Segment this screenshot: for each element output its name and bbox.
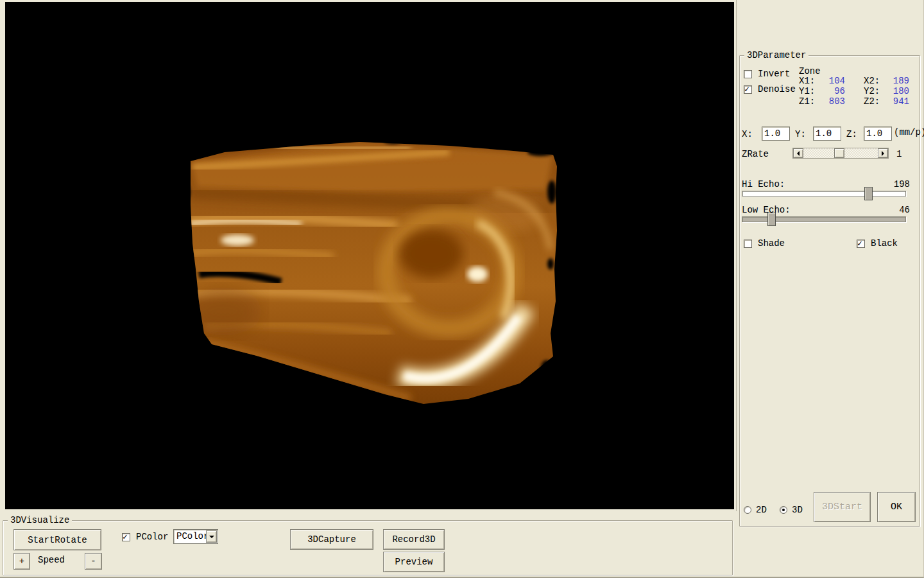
hi-echo-thumb[interactable]: [864, 187, 873, 200]
invert-checkbox[interactable]: [744, 70, 752, 78]
scale-x-input[interactable]: [762, 127, 790, 141]
mode-3d-label: 3D: [792, 505, 803, 515]
parameter-group-title: 3DParameter: [744, 50, 809, 60]
visualize-group-title: 3DVisualize: [8, 515, 72, 525]
pcolor-dropdown-arrow-icon[interactable]: [206, 530, 217, 543]
pcolor-checkbox[interactable]: [122, 533, 130, 541]
zone-title: Zone: [799, 66, 821, 76]
zone-y2-label: Y2:: [864, 86, 880, 96]
black-label: Black: [871, 238, 898, 249]
zone-z2-value: 941: [882, 96, 909, 107]
visualize-group: 3DVisualize StartRotate + Speed - PColor…: [3, 520, 733, 575]
zone-x2-value: 189: [882, 76, 909, 86]
invert-label: Invert: [758, 69, 790, 79]
mode-2d-label: 2D: [756, 505, 767, 515]
hi-echo-label: Hi Echo:: [742, 179, 785, 189]
start3d-button[interactable]: 3DStart: [814, 492, 871, 522]
ok-button[interactable]: OK: [877, 492, 916, 522]
hi-echo-value: 198: [884, 179, 910, 189]
preview-button[interactable]: Preview: [383, 552, 445, 572]
scale-y-label: Y:: [795, 129, 806, 139]
zone-y1-value: 96: [818, 86, 845, 96]
hi-echo-slider[interactable]: [742, 191, 906, 197]
black-checkbox[interactable]: [857, 240, 865, 248]
scale-z-label: Z:: [846, 129, 857, 139]
low-echo-slider[interactable]: [742, 216, 906, 222]
zrate-thumb[interactable]: [834, 148, 844, 158]
panel-divider: [736, 0, 737, 511]
scale-z-input[interactable]: [864, 127, 892, 141]
parameter-group: 3DParameter Invert Denoise Zone X1: 104 …: [739, 55, 920, 527]
zrate-value: 1: [896, 149, 902, 159]
mode-3d-radio[interactable]: [780, 506, 787, 514]
zrate-scrollbar[interactable]: [792, 148, 889, 159]
zone-z1-value: 803: [818, 96, 845, 107]
denoise-label: Denoise: [758, 84, 796, 94]
zone-y1-label: Y1:: [799, 86, 815, 96]
zone-x1-label: X1:: [799, 76, 815, 86]
zrate-right-arrow-icon[interactable]: [878, 148, 888, 158]
zone-y2-value: 180: [882, 86, 909, 96]
low-echo-thumb[interactable]: [767, 213, 776, 226]
scale-y-input[interactable]: [813, 127, 841, 141]
volume-render: [5, 2, 734, 509]
zrate-label: ZRate: [742, 149, 769, 159]
start-rotate-button[interactable]: StartRotate: [13, 529, 101, 550]
zrate-left-arrow-icon[interactable]: [793, 148, 803, 158]
pcolor-label: PColor: [136, 532, 168, 542]
mode-2d-radio[interactable]: [744, 506, 751, 514]
zone-x1-value: 104: [818, 76, 845, 86]
zone-x2-label: X2:: [864, 76, 880, 86]
zone-z1-label: Z1:: [799, 96, 815, 107]
low-echo-value: 46: [884, 205, 910, 215]
scale-x-label: X:: [742, 129, 753, 139]
pcolor-dropdown[interactable]: PColor: [173, 529, 218, 544]
render-viewport[interactable]: [5, 2, 734, 509]
capture-3d-button[interactable]: 3DCapture: [290, 529, 373, 550]
scale-unit-label: (mm/p): [894, 127, 924, 137]
denoise-checkbox[interactable]: [744, 85, 752, 94]
speed-label: Speed: [38, 555, 65, 565]
zone-z2-label: Z2:: [864, 96, 880, 107]
shade-label: Shade: [758, 238, 785, 249]
speed-plus-button[interactable]: +: [13, 553, 30, 570]
shade-checkbox[interactable]: [744, 240, 752, 248]
record-3d-button[interactable]: Record3D: [383, 529, 445, 550]
app-window: 3DParameter Invert Denoise Zone X1: 104 …: [0, 0, 924, 578]
pcolor-dropdown-value: PColor: [176, 531, 209, 541]
speed-minus-button[interactable]: -: [85, 553, 102, 570]
low-echo-label: Low Echo:: [742, 205, 791, 215]
